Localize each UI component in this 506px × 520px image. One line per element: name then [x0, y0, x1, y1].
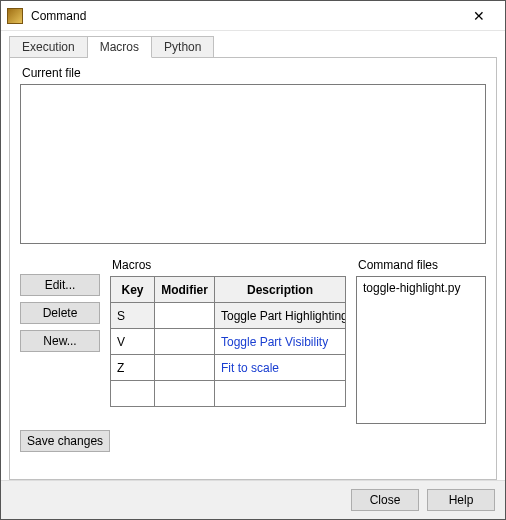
table-row[interactable] [111, 381, 346, 407]
table-row[interactable]: V Toggle Part Visibility [111, 329, 346, 355]
cell-key: V [111, 329, 155, 355]
tab-execution[interactable]: Execution [9, 36, 88, 58]
new-button[interactable]: New... [20, 330, 100, 352]
dialog-footer: Close Help [1, 480, 505, 519]
table-header-row: Key Modifier Description [111, 277, 346, 303]
cell-modifier [155, 355, 215, 381]
cell-key: S [111, 303, 155, 329]
app-icon [7, 8, 23, 24]
edit-button[interactable]: Edit... [20, 274, 100, 296]
list-item[interactable]: toggle-highlight.py [363, 281, 479, 295]
close-icon[interactable]: ✕ [459, 2, 499, 30]
dialog-content: Execution Macros Python Current file Edi… [1, 31, 505, 480]
tab-macros[interactable]: Macros [88, 36, 152, 58]
col-description: Description [215, 277, 346, 303]
current-file-textarea[interactable] [20, 84, 486, 244]
command-files-section: Command files toggle-highlight.py [356, 258, 486, 424]
tabstrip: Execution Macros Python [9, 35, 497, 57]
macro-action-buttons: Edit... Delete New... [20, 258, 100, 352]
help-button[interactable]: Help [427, 489, 495, 511]
col-modifier: Modifier [155, 277, 215, 303]
cell-key [111, 381, 155, 407]
save-changes-button[interactable]: Save changes [20, 430, 110, 452]
table-row[interactable]: Z Fit to scale [111, 355, 346, 381]
macros-section: Macros Key Modifier Description S [110, 258, 346, 407]
macros-table[interactable]: Key Modifier Description S Toggle Part H… [110, 276, 346, 407]
current-file-label: Current file [22, 66, 486, 80]
tab-python[interactable]: Python [152, 36, 214, 58]
cell-description: Toggle Part Highlighting [215, 303, 346, 329]
cell-description [215, 381, 346, 407]
cell-description[interactable]: Toggle Part Visibility [215, 329, 346, 355]
cell-modifier [155, 329, 215, 355]
cell-description[interactable]: Fit to scale [215, 355, 346, 381]
cell-modifier [155, 303, 215, 329]
command-files-list[interactable]: toggle-highlight.py [356, 276, 486, 424]
close-button[interactable]: Close [351, 489, 419, 511]
table-row[interactable]: S Toggle Part Highlighting [111, 303, 346, 329]
cell-modifier [155, 381, 215, 407]
col-key: Key [111, 277, 155, 303]
delete-button[interactable]: Delete [20, 302, 100, 324]
command-files-label: Command files [358, 258, 486, 272]
tab-panel-macros: Current file Edit... Delete New... Macro… [9, 57, 497, 480]
cell-key: Z [111, 355, 155, 381]
titlebar: Command ✕ [1, 1, 505, 31]
macros-section-label: Macros [112, 258, 346, 272]
window-title: Command [31, 9, 459, 23]
